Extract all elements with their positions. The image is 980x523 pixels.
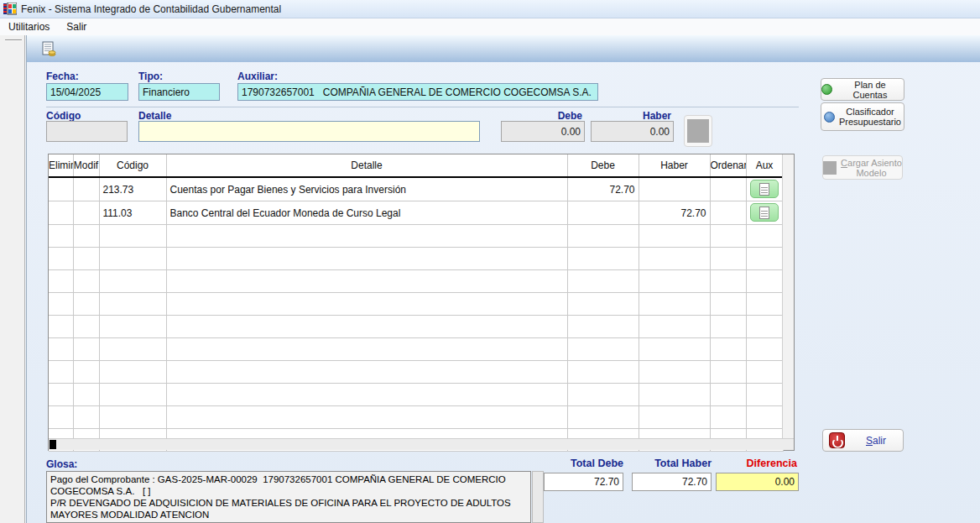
disabled-square-icon — [687, 119, 709, 143]
voucher-document-button[interactable] — [39, 39, 59, 59]
cargar-asiento-label: Cargar Asiento Modelo — [841, 158, 902, 178]
table-row[interactable]: 213.73Cuentas por Pagar Bienes y Servici… — [49, 177, 783, 201]
menu-bar: Utilitarios Salir — [0, 18, 980, 35]
grid-column-header: Debe — [567, 154, 639, 177]
total-haber-field: 72.70 — [632, 473, 712, 491]
grid-table: EliminModifCódigoDetalleDebeHaberOrdenar… — [49, 154, 784, 452]
plan-de-cuentas-label: Plan de Cuentas — [837, 80, 904, 100]
grid-column-header: Ordenar — [710, 154, 746, 177]
hscroll-thumb[interactable] — [50, 440, 56, 449]
aux-button[interactable] — [750, 180, 779, 198]
tipo-input[interactable]: Financiero — [138, 83, 220, 101]
left-collapsed-panel[interactable] — [0, 35, 25, 523]
menu-item-utilitarios[interactable]: Utilitarios — [0, 19, 58, 34]
aux-button[interactable] — [750, 203, 779, 222]
grid-column-header: Código — [99, 154, 166, 177]
table-row[interactable] — [49, 225, 783, 248]
grid-column-header: Haber — [639, 154, 710, 177]
grid-column-header: Detalle — [166, 154, 567, 177]
table-row[interactable]: 111.03Banco Central del Ecuador Moneda d… — [49, 201, 783, 225]
table-row[interactable] — [49, 316, 783, 338]
haber-label: Haber — [643, 110, 671, 122]
salir-button[interactable]: Salir — [822, 429, 904, 452]
window-title: Fenix - Sistema Integrado de Contabilida… — [21, 3, 281, 15]
clasificador-presupuestario-button[interactable]: Clasificador Presupuestario — [821, 102, 904, 131]
toolbar — [27, 35, 980, 62]
blue-sphere-icon — [824, 112, 835, 123]
detalle-label: Detalle — [138, 110, 171, 122]
add-line-button — [684, 115, 712, 147]
table-row[interactable] — [49, 361, 783, 384]
table-row[interactable] — [49, 384, 783, 406]
app-icon — [3, 3, 17, 15]
panel-grip — [5, 39, 22, 41]
plan-de-cuentas-button[interactable]: Plan de Cuentas — [821, 78, 904, 101]
diferencia-field: 0.00 — [716, 473, 799, 491]
glosa-scrollbar[interactable] — [532, 471, 544, 523]
debe-label: Debe — [558, 110, 582, 122]
table-row[interactable] — [49, 338, 783, 361]
haber-entry: 0.00 — [591, 121, 674, 142]
glosa-textarea[interactable]: Pago del Comprobante : GAS-2025-MAR-0002… — [46, 471, 531, 523]
app-window: Fenix - Sistema Integrado de Contabilida… — [0, 0, 980, 523]
separator-line — [46, 107, 799, 107]
green-sphere-icon — [821, 84, 832, 95]
glosa-label: Glosa: — [46, 458, 77, 470]
table-row[interactable] — [49, 270, 783, 293]
codigo-label: Código — [46, 110, 81, 122]
tipo-label: Tipo: — [138, 71, 163, 82]
auxiliar-input[interactable]: 1790732657001 COMPAÑIA GENERAL DE COMERC… — [237, 83, 598, 101]
grid-vertical-scrollbar[interactable] — [782, 154, 794, 439]
menu-item-salir[interactable]: Salir — [58, 19, 95, 34]
asiento-grid: EliminModifCódigoDetalleDebeHaberOrdenar… — [48, 154, 795, 451]
document-icon — [759, 207, 769, 219]
total-haber-label: Total Haber — [654, 458, 712, 469]
auxiliar-label: Auxiliar: — [237, 71, 278, 82]
grid-header-row: EliminModifCódigoDetalleDebeHaberOrdenar… — [49, 154, 783, 177]
total-debe-label: Total Debe — [571, 458, 623, 469]
salir-label: Salir — [849, 435, 903, 447]
document-coins-icon — [41, 41, 57, 57]
cargar-asiento-modelo-button: Cargar Asiento Modelo — [822, 155, 903, 180]
table-row[interactable] — [49, 293, 783, 316]
disabled-square-icon — [823, 161, 837, 175]
power-icon — [829, 432, 845, 448]
grid-column-header: Modif — [73, 154, 99, 177]
grid-column-header: Elimin — [49, 154, 73, 177]
document-icon — [759, 183, 769, 196]
detalle-entry[interactable] — [138, 121, 480, 142]
fecha-label: Fecha: — [46, 71, 79, 82]
fecha-input[interactable]: 15/04/2025 — [46, 83, 128, 101]
total-debe-field: 72.70 — [544, 473, 623, 491]
diferencia-label: Diferencia — [747, 458, 797, 469]
debe-entry: 0.00 — [501, 121, 585, 142]
grid-horizontal-scrollbar[interactable] — [49, 438, 794, 450]
title-bar: Fenix - Sistema Integrado de Contabilida… — [0, 0, 980, 18]
codigo-entry — [46, 121, 128, 142]
table-row[interactable] — [49, 248, 783, 270]
grid-column-header: Aux — [746, 154, 783, 177]
clasificador-label: Clasificador Presupuestario — [839, 107, 901, 127]
table-row[interactable] — [49, 406, 783, 429]
